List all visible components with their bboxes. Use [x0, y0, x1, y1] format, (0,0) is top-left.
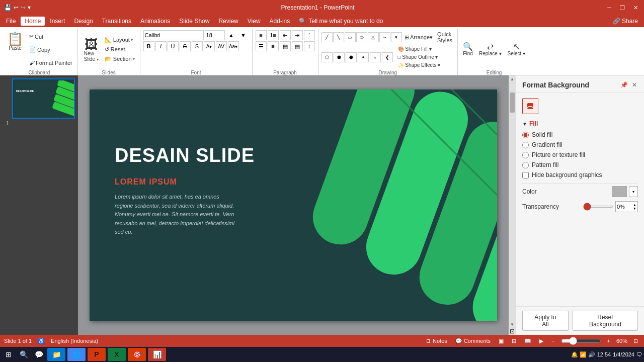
numbering-button[interactable]: 1≡ — [268, 30, 279, 40]
change-case-button[interactable]: Aa▾ — [228, 41, 239, 51]
font-name-input[interactable] — [143, 30, 204, 40]
select-button[interactable]: ↖ Select ▾ — [506, 42, 528, 57]
decrease-indent-button[interactable]: ⇤ — [280, 30, 291, 40]
justify-button[interactable]: ▤ — [292, 41, 303, 51]
fit-page-button[interactable]: ⊡ — [509, 328, 516, 335]
accessibility-icon[interactable]: ♿ — [38, 338, 45, 344]
close-button[interactable]: ✕ — [631, 3, 640, 12]
shape-btn-1[interactable]: ╱ — [321, 32, 333, 42]
notes-button[interactable]: 🗒 Notes — [424, 337, 449, 345]
gradient-fill-option[interactable]: Gradient fill — [522, 141, 638, 148]
new-slide-button[interactable]: 🖼 NewSlide ▾ — [81, 36, 102, 64]
minimize-button[interactable]: ─ — [605, 3, 614, 12]
hide-background-option[interactable]: Hide background graphics — [522, 171, 638, 178]
line-spacing-button[interactable]: ↕ — [304, 41, 315, 51]
font-size-input[interactable] — [205, 30, 225, 40]
shape-fill-button[interactable]: 🎨 Shape Fill ▾ — [396, 45, 443, 53]
zoom-in-button[interactable]: + — [605, 337, 612, 345]
shadow-button[interactable]: S — [192, 41, 203, 51]
slide-sorter-button[interactable]: ⊞ — [510, 337, 518, 345]
undo-icon[interactable]: ↩ — [14, 4, 19, 11]
align-right-button[interactable]: ▤ — [280, 41, 291, 51]
reading-view-button[interactable]: 📖 — [522, 337, 533, 345]
shape-btn-10[interactable]: ❮ — [382, 52, 393, 62]
menu-slideshow[interactable]: Slide Show — [175, 17, 213, 26]
panel-close-button[interactable]: ✕ — [631, 80, 638, 89]
slide-vertical-scrollbar[interactable]: ▲ ▼ ⊡ — [509, 75, 516, 335]
replace-button[interactable]: ⇄ Replace ▾ — [477, 42, 503, 57]
shape-btn-rect[interactable]: ▭ — [345, 32, 356, 42]
color-swatch[interactable] — [612, 186, 627, 197]
shape-btn-7[interactable]: ⬣ — [346, 52, 357, 62]
taskbar-explorer[interactable]: 📁 — [47, 348, 65, 361]
zoom-out-button[interactable]: − — [549, 337, 556, 345]
redo-icon[interactable]: ↪ — [21, 4, 26, 11]
task-view-button[interactable]: 💬 — [32, 348, 45, 361]
layout-button[interactable]: 📐 Layout ▾ — [103, 36, 137, 44]
menu-tell-me[interactable]: 🔍 Tell me what you want to do — [295, 17, 387, 26]
italic-button[interactable]: I — [155, 41, 167, 51]
menu-view[interactable]: View — [244, 17, 265, 26]
menu-addins[interactable]: Add-ins — [266, 17, 294, 26]
increase-indent-button[interactable]: ⇥ — [292, 30, 303, 40]
shape-btn-5[interactable]: ⬡ — [321, 52, 333, 62]
menu-insert[interactable]: Insert — [46, 17, 69, 26]
apply-to-all-button[interactable]: Apply to All — [522, 311, 569, 331]
strikethrough-button[interactable]: S — [180, 41, 191, 51]
taskbar-app4[interactable]: 📊 — [148, 348, 166, 361]
taskbar-app3[interactable]: 🎯 — [128, 348, 146, 361]
shape-btn-oval[interactable]: ⬭ — [356, 32, 367, 42]
bullets-button[interactable]: ≡ — [256, 30, 267, 40]
taskbar-app2[interactable]: X — [108, 348, 126, 361]
shape-effects-button[interactable]: ✨ Shape Effects ▾ — [396, 61, 443, 69]
notification-center[interactable]: 🗨 — [636, 351, 642, 357]
scroll-up-arrow[interactable]: ▲ — [509, 75, 516, 82]
menu-home[interactable]: Home — [21, 17, 45, 26]
format-painter-button[interactable]: 🖌 Format Painter — [27, 59, 74, 67]
copy-button[interactable]: 📄 Copy — [27, 45, 74, 54]
paste-button[interactable]: 📋 Paste — [4, 30, 26, 69]
panel-pin-button[interactable]: 📌 — [619, 80, 629, 89]
normal-view-button[interactable]: ▣ — [497, 337, 506, 345]
save-icon[interactable]: 💾 — [4, 4, 12, 11]
arrange-button[interactable]: ⊞ Arrange▾ — [403, 33, 435, 42]
cut-button[interactable]: ✂ Cut — [27, 32, 74, 41]
scroll-thumb[interactable] — [510, 93, 515, 113]
zoom-slider[interactable] — [561, 337, 601, 345]
find-button[interactable]: 🔍 Find — [461, 42, 475, 57]
menu-share[interactable]: 🔗 Share — [609, 17, 642, 26]
font-color-button[interactable]: A▾ — [204, 41, 215, 51]
transparency-up[interactable]: ▲ — [633, 203, 636, 207]
columns-button[interactable]: ⋮ — [304, 30, 315, 40]
more-shapes-button[interactable]: ▾ — [391, 32, 402, 42]
comments-button[interactable]: 💬 Comments — [453, 337, 493, 345]
search-button[interactable]: 🔍 — [17, 348, 30, 361]
scroll-down-arrow[interactable]: ▼ — [509, 321, 516, 328]
increase-font-button[interactable]: ▲ — [226, 30, 237, 40]
slideshow-button[interactable]: ▶ — [537, 337, 545, 345]
slide-thumbnail-1[interactable]: DESAIN SLIDE — [12, 78, 75, 119]
bold-button[interactable]: B — [143, 41, 154, 51]
reset-background-button[interactable]: Reset Background — [573, 311, 638, 331]
menu-animations[interactable]: Animations — [136, 17, 174, 26]
menu-review[interactable]: Review — [214, 17, 242, 26]
shape-btn-8[interactable]: ✦ — [358, 52, 369, 62]
start-button[interactable]: ⊞ — [2, 348, 15, 361]
decrease-font-button[interactable]: ▼ — [238, 30, 249, 40]
shape-btn-9[interactable]: ⬨ — [370, 52, 381, 62]
align-center-button[interactable]: ≡ — [268, 41, 279, 51]
menu-design[interactable]: Design — [70, 17, 97, 26]
align-left-button[interactable]: ☰ — [256, 41, 267, 51]
menu-file[interactable]: File — [2, 17, 20, 26]
transparency-slider[interactable] — [583, 206, 613, 208]
fill-icon-button[interactable] — [522, 98, 538, 114]
shape-outline-button[interactable]: □ Shape Outline ▾ — [396, 53, 443, 61]
fill-section-header[interactable]: ▼ Fill — [522, 120, 638, 127]
pattern-fill-option[interactable]: Pattern fill — [522, 161, 638, 168]
color-dropdown-button[interactable]: ▾ — [629, 186, 638, 197]
menu-transitions[interactable]: Transitions — [98, 17, 135, 26]
shape-btn-tri[interactable]: △ — [368, 32, 379, 42]
underline-button[interactable]: U — [168, 41, 179, 51]
fit-slide-button[interactable]: ⊡ — [631, 337, 640, 345]
transparency-down[interactable]: ▼ — [633, 207, 636, 210]
